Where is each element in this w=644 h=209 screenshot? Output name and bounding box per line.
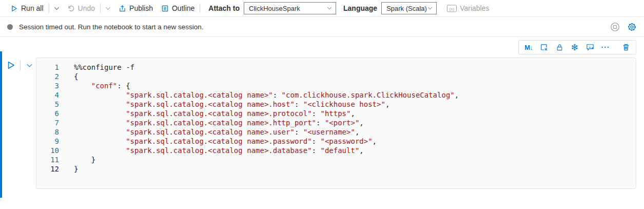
code-text: } bbox=[74, 155, 95, 164]
code-line: 12} bbox=[36, 164, 636, 174]
more-commands-button[interactable]: ··· bbox=[599, 41, 612, 53]
code-text: "spark.sql.catalog.<catalog name>.protoc… bbox=[74, 109, 355, 118]
ellipsis-icon: ··· bbox=[601, 43, 610, 51]
comment-add-icon bbox=[586, 43, 595, 51]
code-line: 8 "spark.sql.catalog.<catalog name>.user… bbox=[36, 127, 636, 137]
line-number: 9 bbox=[36, 137, 59, 146]
attach-to-select[interactable]: ClickHouseSpark bbox=[244, 2, 336, 14]
code-line: 2{ bbox=[36, 72, 636, 81]
line-number: 3 bbox=[36, 81, 59, 90]
run-all-button[interactable]: Run all bbox=[6, 2, 48, 15]
outline-button[interactable]: Outline bbox=[157, 2, 199, 15]
publish-icon bbox=[119, 5, 126, 12]
code-text: "spark.sql.catalog.<catalog name>.http_p… bbox=[74, 118, 364, 127]
markdown-icon: M↓ bbox=[524, 44, 532, 51]
code-text: "spark.sql.catalog.<catalog name>.host":… bbox=[74, 100, 389, 109]
cell-run-controls bbox=[5, 60, 34, 71]
chevron-down-icon bbox=[326, 5, 333, 11]
undo-options-button[interactable] bbox=[102, 5, 114, 12]
chevron-down-icon bbox=[427, 5, 433, 11]
lock-cell-button[interactable] bbox=[553, 41, 566, 53]
code-text: } bbox=[74, 164, 78, 174]
code-text: "spark.sql.catalog.<catalog name>.passwo… bbox=[74, 137, 377, 146]
attach-to-label: Attach to bbox=[208, 4, 240, 12]
language-value: Spark (Scala) bbox=[386, 5, 427, 12]
cell-collapse-button[interactable] bbox=[24, 60, 34, 70]
code-line: 10 "spark.sql.catalog.<catalog name>.dat… bbox=[36, 146, 636, 155]
code-text: "spark.sql.catalog.<catalog name>": "com… bbox=[74, 90, 459, 100]
svg-text:(x): (x) bbox=[450, 6, 455, 11]
convert-to-markdown-button[interactable]: M↓ bbox=[522, 41, 535, 53]
add-comment-button[interactable] bbox=[583, 41, 597, 53]
code-line: 7 "spark.sql.catalog.<catalog name>.http… bbox=[36, 118, 636, 127]
code-text: %%configure -f bbox=[74, 63, 134, 72]
code-cell[interactable]: 1%%configure -f2{3 "conf": {4 "spark.sql… bbox=[36, 58, 636, 189]
divider bbox=[200, 4, 200, 13]
clear-output-button[interactable] bbox=[537, 41, 551, 53]
line-number: 11 bbox=[36, 155, 59, 164]
lock-icon bbox=[556, 44, 563, 51]
language-label: Language bbox=[343, 4, 377, 12]
variables-icon: (x) bbox=[447, 5, 457, 12]
session-status-bar: Session timed out. Run the notebook to s… bbox=[0, 16, 644, 37]
line-number: 2 bbox=[36, 72, 59, 81]
code-text: "spark.sql.catalog.<catalog name>.databa… bbox=[74, 146, 364, 155]
freeze-cell-button[interactable] bbox=[568, 41, 581, 53]
run-all-label: Run all bbox=[21, 4, 44, 12]
cell-toolbar: M↓ bbox=[518, 40, 636, 54]
divider bbox=[49, 4, 49, 13]
line-number: 10 bbox=[36, 146, 59, 155]
trash-icon bbox=[622, 43, 630, 51]
run-cell-button[interactable] bbox=[5, 60, 16, 71]
run-all-options-button[interactable] bbox=[50, 5, 63, 12]
divider bbox=[20, 60, 21, 70]
line-number: 6 bbox=[36, 109, 59, 118]
line-number: 1 bbox=[36, 63, 59, 72]
code-text: "spark.sql.catalog.<catalog name>.user":… bbox=[74, 127, 359, 137]
code-line: 3 "conf": { bbox=[36, 81, 636, 90]
code-line: 5 "spark.sql.catalog.<catalog name>.host… bbox=[36, 100, 636, 109]
delete-cell-button[interactable] bbox=[619, 41, 633, 53]
code-text: { bbox=[74, 72, 78, 81]
outline-label: Outline bbox=[172, 4, 194, 12]
code-lines: 1%%configure -f2{3 "conf": {4 "spark.sql… bbox=[36, 63, 636, 174]
snowflake-icon bbox=[571, 43, 579, 51]
code-line: 4 "spark.sql.catalog.<catalog name>": "c… bbox=[36, 90, 636, 100]
undo-icon bbox=[67, 5, 75, 12]
divider bbox=[100, 4, 101, 13]
line-number: 12 bbox=[36, 164, 59, 174]
clear-output-icon bbox=[540, 43, 548, 51]
session-status-dot bbox=[7, 24, 13, 30]
variables-label: Variables bbox=[460, 4, 489, 12]
code-line: 9 "spark.sql.catalog.<catalog name>.pass… bbox=[36, 137, 636, 146]
stop-session-button[interactable] bbox=[610, 22, 620, 32]
session-status-message: Session timed out. Run the notebook to s… bbox=[19, 23, 610, 31]
line-number: 4 bbox=[36, 90, 59, 100]
language-select[interactable]: Spark (Scala) bbox=[381, 2, 437, 14]
play-icon bbox=[10, 5, 18, 12]
attach-to-value: ClickHouseSpark bbox=[249, 5, 300, 12]
undo-button[interactable]: Undo bbox=[63, 2, 99, 15]
notebook-toolbar: Run all Undo Publish bbox=[0, 0, 644, 16]
session-settings-button[interactable] bbox=[627, 22, 637, 32]
code-text: "conf": { bbox=[74, 81, 130, 90]
chevron-down-icon bbox=[53, 5, 60, 12]
variables-button[interactable]: (x) Variables bbox=[443, 2, 493, 15]
undo-label: Undo bbox=[78, 4, 95, 12]
outline-icon bbox=[161, 5, 169, 12]
code-line: 6 "spark.sql.catalog.<catalog name>.prot… bbox=[36, 109, 636, 118]
publish-label: Publish bbox=[129, 4, 153, 12]
line-number: 7 bbox=[36, 118, 59, 127]
line-number: 5 bbox=[36, 100, 59, 109]
notebook-canvas: M↓ bbox=[0, 37, 644, 209]
cell-selection-indicator bbox=[0, 51, 2, 198]
code-line: 1%%configure -f bbox=[36, 63, 636, 72]
publish-button[interactable]: Publish bbox=[114, 2, 157, 15]
line-number: 8 bbox=[36, 127, 59, 137]
chevron-down-icon bbox=[105, 5, 111, 12]
code-line: 11 } bbox=[36, 155, 636, 164]
